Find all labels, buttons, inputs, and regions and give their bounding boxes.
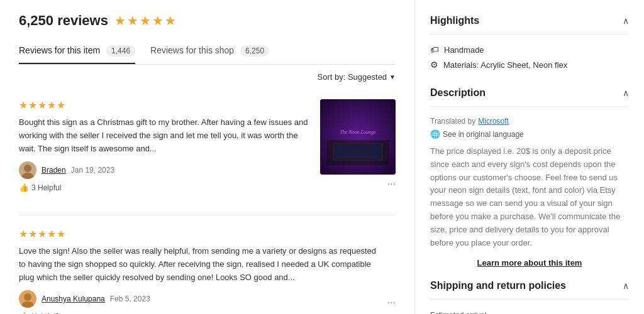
- sort-bar: Sort by: Suggested ▼: [19, 65, 396, 87]
- more-options-button-2[interactable]: ···: [387, 297, 396, 308]
- tab-item-label: Reviews for this item: [19, 45, 100, 55]
- highlights-list: 🏷 Handmade ⚙ Materials: Acrylic Sheet, N…: [430, 37, 629, 82]
- star-5: ★: [165, 13, 176, 28]
- sort-label: Sort by: Suggested: [318, 72, 387, 82]
- see-original-label: See in original language: [443, 130, 524, 139]
- highlights-divider: [430, 34, 629, 35]
- review-count: 6,250 reviews: [19, 13, 108, 29]
- right-panel: Highlights ∧ 🏷 Handmade ⚙ Materials: Acr…: [415, 0, 644, 314]
- globe-icon: 🌐: [430, 129, 440, 139]
- thumbs-up-icon-1: 👍: [19, 183, 29, 192]
- highlight-handmade-text: Handmade: [444, 45, 484, 55]
- left-panel: 6,250 reviews ★ ★ ★ ★ ★ Reviews for this…: [0, 0, 415, 314]
- tab-item-badge: 1,446: [106, 45, 135, 57]
- svg-point-8: [21, 301, 34, 308]
- review-content-1: ★ ★ ★ ★ ★ Bought this sign as a Christma…: [19, 99, 310, 202]
- review-text-2: Love the sign! Also the seller was reall…: [19, 245, 377, 284]
- chevron-down-icon: ▼: [389, 73, 396, 80]
- tab-item-reviews[interactable]: Reviews for this item 1,446: [19, 39, 135, 64]
- description-section: Translated by Microsoft 🌐 See in origina…: [430, 109, 629, 275]
- star-2: ★: [127, 13, 138, 28]
- helpful-button-2[interactable]: 👍 Helpful?: [19, 311, 377, 314]
- svg-point-0: [24, 165, 31, 172]
- review-footer-1: Braden Jan 19, 2023: [19, 161, 310, 179]
- review-date-1: Jan 19, 2023: [71, 166, 114, 175]
- handmade-icon: 🏷: [430, 45, 439, 55]
- star-1: ★: [114, 13, 126, 28]
- shipping-title: Shipping and return policies: [430, 280, 566, 291]
- translated-by: Translated by Microsoft: [430, 117, 629, 126]
- star-3: ★: [140, 13, 151, 28]
- shipping-collapse-icon: ∧: [623, 281, 629, 291]
- helpful-button-1[interactable]: 👍 3 Helpful: [19, 183, 310, 192]
- review-content-2: ★ ★ ★ ★ ★ Love the sign! Also the seller…: [19, 228, 377, 314]
- review-footer-2: Anushya Kulupana Feb 5, 2023: [19, 290, 377, 308]
- review-item-2: ★ ★ ★ ★ ★ Love the sign! Also the seller…: [19, 215, 396, 314]
- microsoft-link[interactable]: Microsoft: [478, 117, 509, 126]
- shipping-section-header[interactable]: Shipping and return policies ∧: [430, 275, 629, 296]
- description-section-header[interactable]: Description ∧: [430, 82, 629, 104]
- highlights-title: Highlights: [430, 15, 479, 26]
- review-tabs: Reviews for this item 1,446 Reviews for …: [19, 39, 396, 65]
- svg-text:The Neon Lounge: The Neon Lounge: [340, 129, 376, 135]
- highlights-collapse-icon: ∧: [623, 16, 629, 26]
- review-header: 6,250 reviews ★ ★ ★ ★ ★: [19, 13, 396, 29]
- review-stars-1: ★ ★ ★ ★ ★: [19, 99, 310, 111]
- see-original-button[interactable]: 🌐 See in original language: [430, 129, 629, 139]
- highlights-section-header[interactable]: Highlights ∧: [430, 10, 629, 31]
- description-divider: [430, 106, 629, 107]
- svg-rect-6: [334, 144, 382, 160]
- estimated-arrival-label[interactable]: Estimated arrival: [430, 311, 486, 314]
- tab-shop-badge: 6,250: [240, 45, 269, 57]
- materials-icon: ⚙: [430, 60, 438, 70]
- translated-by-label: Translated by: [430, 117, 475, 126]
- review-date-2: Feb 5, 2023: [110, 295, 150, 303]
- avatar-2: [19, 290, 36, 308]
- overall-stars: ★ ★ ★ ★ ★: [114, 13, 176, 28]
- tab-shop-reviews[interactable]: Reviews for this shop 6,250: [150, 39, 269, 64]
- review-item-1: ★ ★ ★ ★ ★ Bought this sign as a Christma…: [19, 87, 396, 215]
- star-4: ★: [152, 13, 164, 28]
- avatar-1: [19, 161, 36, 179]
- description-title: Description: [430, 87, 486, 99]
- review-stars-2: ★ ★ ★ ★ ★: [19, 228, 377, 240]
- description-text: The price displayed i.e. 20$ is only a d…: [430, 145, 629, 249]
- reviewer-name-1[interactable]: Braden: [42, 166, 66, 175]
- tab-shop-label: Reviews for this shop: [150, 45, 234, 55]
- highlight-materials-text: Materials: Acrylic Sheet, Neon flex: [443, 60, 567, 70]
- sort-button[interactable]: Sort by: Suggested ▼: [318, 72, 396, 82]
- svg-point-7: [24, 293, 31, 301]
- svg-point-1: [21, 173, 34, 179]
- shipping-section: Estimated arrival Feb 9-16 📦 🚚 🎁: [430, 302, 629, 314]
- review-image-1: The Neon Lounge: [320, 99, 396, 175]
- review-text-1: Bought this sign as a Christmas gift to …: [19, 116, 310, 155]
- learn-more-link[interactable]: Learn more about this item: [430, 258, 629, 268]
- reviewer-name-2[interactable]: Anushya Kulupana: [42, 295, 105, 303]
- highlight-handmade: 🏷 Handmade: [430, 45, 629, 55]
- more-options-button-1[interactable]: ···: [387, 178, 396, 190]
- description-collapse-icon: ∧: [623, 88, 629, 98]
- shipping-divider: [430, 299, 629, 300]
- helpful-count-1: 3 Helpful: [31, 183, 61, 192]
- highlight-materials: ⚙ Materials: Acrylic Sheet, Neon flex: [430, 60, 629, 70]
- thumbs-up-icon-2: 👍: [19, 311, 29, 314]
